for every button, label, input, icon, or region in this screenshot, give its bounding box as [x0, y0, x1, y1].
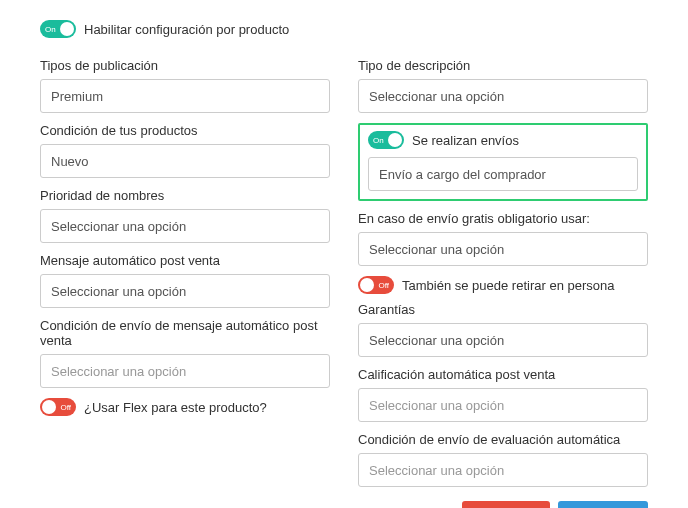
use-flex-toggle[interactable]: Off: [40, 398, 76, 416]
enable-product-config-label: Habilitar configuración por producto: [84, 22, 289, 37]
warranties-label: Garantías: [358, 302, 648, 317]
description-type-label: Tipo de descripción: [358, 58, 648, 73]
auto-message-condition-select[interactable]: Seleccionar una opción: [40, 354, 330, 388]
cancel-button[interactable]: Cancelar: [462, 501, 550, 508]
product-condition-select[interactable]: Nuevo: [40, 144, 330, 178]
pickup-toggle-label: También se puede retirar en persona: [402, 278, 614, 293]
pickup-toggle[interactable]: Off: [358, 276, 394, 294]
shipping-toggle[interactable]: On: [368, 131, 404, 149]
shipping-cost-select[interactable]: Envío a cargo del comprador: [368, 157, 638, 191]
use-flex-label: ¿Usar Flex para este producto?: [84, 400, 267, 415]
auto-eval-condition-label: Condición de envío de evaluación automát…: [358, 432, 648, 447]
publication-types-select[interactable]: Premium: [40, 79, 330, 113]
shipping-highlight-box: On Se realizan envíos Envío a cargo del …: [358, 123, 648, 201]
toggle-off-text: Off: [60, 403, 71, 412]
auto-message-condition-label: Condición de envío de mensaje automático…: [40, 318, 330, 348]
auto-message-label: Mensaje automático post venta: [40, 253, 330, 268]
auto-rating-label: Calificación automática post venta: [358, 367, 648, 382]
next-button[interactable]: Siguiente: [558, 501, 648, 508]
free-shipping-fallback-select[interactable]: Seleccionar una opción: [358, 232, 648, 266]
toggle-on-text: On: [373, 136, 384, 145]
auto-rating-select[interactable]: Seleccionar una opción: [358, 388, 648, 422]
warranties-select[interactable]: Seleccionar una opción: [358, 323, 648, 357]
right-column: Tipo de descripción Seleccionar una opci…: [358, 58, 648, 508]
description-type-select[interactable]: Seleccionar una opción: [358, 79, 648, 113]
name-priority-label: Prioridad de nombres: [40, 188, 330, 203]
publication-types-label: Tipos de publicación: [40, 58, 330, 73]
name-priority-select[interactable]: Seleccionar una opción: [40, 209, 330, 243]
free-shipping-fallback-label: En caso de envío gratis obligatorio usar…: [358, 211, 648, 226]
auto-message-select[interactable]: Seleccionar una opción: [40, 274, 330, 308]
enable-product-config-toggle[interactable]: On: [40, 20, 76, 38]
left-column: Tipos de publicación Premium Condición d…: [40, 58, 330, 508]
product-condition-label: Condición de tus productos: [40, 123, 330, 138]
toggle-off-text: Off: [378, 281, 389, 290]
auto-eval-condition-select[interactable]: Seleccionar una opción: [358, 453, 648, 487]
toggle-on-text: On: [45, 25, 56, 34]
shipping-toggle-label: Se realizan envíos: [412, 133, 519, 148]
